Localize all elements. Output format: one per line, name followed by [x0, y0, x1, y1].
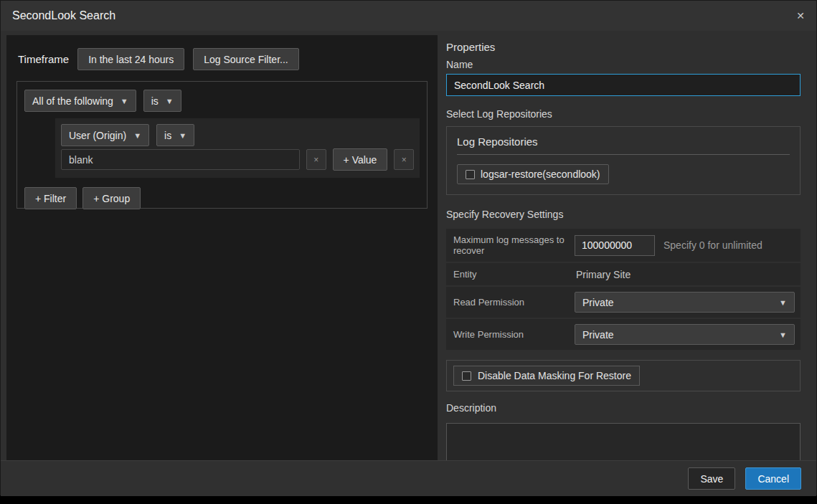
timeframe-button[interactable]: In the last 24 hours	[77, 48, 184, 70]
field-dropdown[interactable]: User (Origin) ▼	[61, 124, 149, 146]
log-source-filter-button[interactable]: Log Source Filter...	[193, 48, 299, 70]
table-row: Read Permission Private ▼	[446, 287, 801, 318]
query-builder-panel: Timeframe In the last 24 hours Log Sourc…	[6, 35, 438, 460]
read-permission-dropdown[interactable]: Private ▼	[575, 292, 795, 313]
remove-value-button[interactable]: ×	[306, 149, 326, 170]
chevron-down-icon: ▼	[779, 331, 787, 339]
read-permission-value: Private	[582, 297, 614, 308]
data-masking-label: Disable Data Masking For Restore	[478, 370, 631, 381]
dialog-footer: Save Cancel	[1, 460, 816, 496]
name-label: Name	[446, 59, 801, 70]
group-operator-dropdown[interactable]: All of the following ▼	[24, 90, 136, 112]
cancel-button[interactable]: Cancel	[745, 467, 801, 490]
entity-label: Entity	[446, 263, 572, 285]
chevron-down-icon: ▼	[779, 298, 787, 307]
write-permission-cell: Private ▼	[572, 319, 801, 350]
write-permission-dropdown[interactable]: Private ▼	[575, 324, 795, 345]
data-masking-box: Disable Data Masking For Restore	[446, 360, 801, 391]
add-group-button[interactable]: + Group	[82, 187, 141, 209]
select-repos-label: Select Log Repositories	[446, 108, 801, 120]
properties-panel: Properties Name Select Log Repositories …	[446, 41, 801, 471]
field-label: User (Origin)	[69, 130, 126, 141]
add-filter-button[interactable]: + Filter	[24, 187, 77, 209]
data-masking-checkbox[interactable]	[462, 371, 471, 381]
close-icon[interactable]: ✕	[796, 11, 805, 21]
remove-filter-button[interactable]: ×	[394, 149, 414, 170]
recovery-settings-table: Maximum log messages to recover Specify …	[446, 229, 801, 350]
add-value-button[interactable]: + Value	[333, 148, 388, 171]
table-row: Write Permission Private ▼	[446, 319, 801, 350]
description-label: Description	[446, 402, 801, 414]
repo-label: logsar-restore(secondlook)	[481, 168, 600, 180]
secondlook-search-dialog: SecondLook Search ✕ Timeframe In the las…	[0, 0, 817, 495]
filter-rule: User (Origin) ▼ is ▼ × + Value ×	[55, 118, 420, 178]
chevron-down-icon: ▼	[179, 131, 186, 140]
chevron-down-icon: ▼	[133, 131, 141, 140]
write-permission-value: Private	[582, 329, 614, 341]
max-messages-cell: Specify 0 for unlimited	[572, 230, 801, 261]
max-messages-hint: Specify 0 for unlimited	[663, 239, 762, 251]
entity-value: Primary Site	[575, 269, 631, 280]
repo-list-item[interactable]: logsar-restore(secondlook)	[457, 164, 609, 184]
filter-value-input[interactable]	[61, 149, 300, 170]
entity-cell: Primary Site	[572, 264, 801, 285]
group-condition-dropdown[interactable]: is ▼	[143, 90, 181, 112]
dialog-title: SecondLook Search	[12, 9, 115, 22]
timeframe-label: Timeframe	[18, 53, 69, 65]
chevron-down-icon: ▼	[121, 97, 128, 105]
log-repositories-box: Log Repositories logsar-restore(secondlo…	[446, 126, 801, 195]
recovery-settings-label: Specify Recovery Settings	[446, 209, 801, 220]
title-bar: SecondLook Search ✕	[1, 1, 816, 31]
field-condition-dropdown[interactable]: is ▼	[156, 124, 194, 146]
filter-rule-value-row: × + Value ×	[61, 148, 414, 171]
max-messages-input[interactable]	[575, 235, 655, 256]
table-row: Entity Primary Site	[446, 263, 801, 285]
max-messages-label: Maximum log messages to recover	[446, 229, 572, 262]
log-repositories-header: Log Repositories	[457, 135, 790, 155]
filter-actions: + Filter + Group	[24, 187, 420, 209]
save-button[interactable]: Save	[688, 467, 735, 490]
group-condition-label: is	[151, 95, 159, 107]
field-condition-label: is	[164, 130, 171, 141]
timeframe-row: Timeframe In the last 24 hours Log Sourc…	[6, 35, 438, 70]
filter-rule-header: User (Origin) ▼ is ▼	[61, 124, 414, 146]
filter-group-box: All of the following ▼ is ▼ User (Origin…	[16, 81, 428, 209]
table-row: Maximum log messages to recover Specify …	[446, 229, 801, 262]
disable-data-masking-option[interactable]: Disable Data Masking For Restore	[453, 366, 640, 386]
properties-heading: Properties	[446, 41, 801, 53]
name-input[interactable]	[446, 74, 801, 96]
repo-checkbox[interactable]	[466, 170, 475, 179]
filter-group-header: All of the following ▼ is ▼	[24, 90, 420, 112]
read-permission-label: Read Permission	[446, 287, 572, 318]
group-operator-label: All of the following	[32, 95, 113, 107]
write-permission-label: Write Permission	[446, 319, 572, 350]
chevron-down-icon: ▼	[166, 97, 174, 105]
read-permission-cell: Private ▼	[572, 287, 801, 318]
